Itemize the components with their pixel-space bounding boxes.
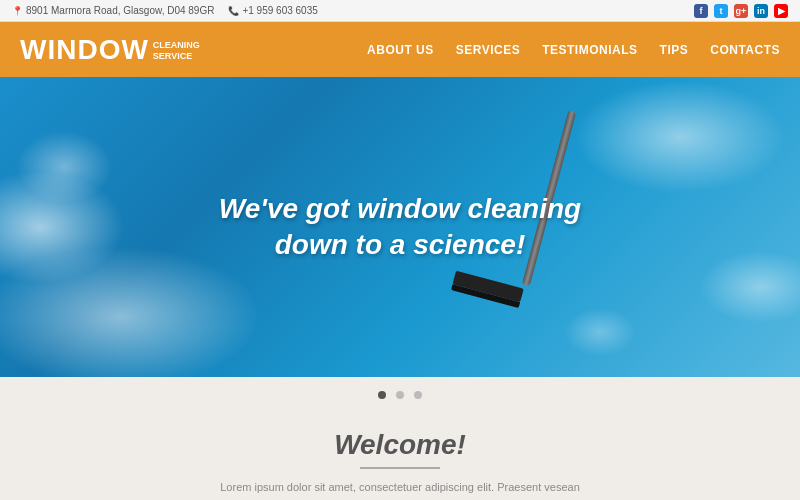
social-icons: f t g+ in ▶ <box>694 4 788 18</box>
hero-text: We've got window cleaning down to a scie… <box>219 191 581 264</box>
welcome-section: Welcome! Lorem ipsum dolor sit amet, con… <box>0 411 800 500</box>
nav-contacts[interactable]: CONTACTS <box>710 43 780 57</box>
googleplus-icon[interactable]: g+ <box>734 4 748 18</box>
welcome-divider <box>360 467 440 469</box>
facebook-icon[interactable]: f <box>694 4 708 18</box>
hero-headline: We've got window cleaning down to a scie… <box>219 191 581 264</box>
carousel-dots <box>0 377 800 411</box>
dot-1[interactable] <box>378 391 386 399</box>
linkedin-icon[interactable]: in <box>754 4 768 18</box>
logo-sub: CLEANING SERVICE <box>153 40 200 62</box>
top-bar: 8901 Marmora Road, Glasgow, D04 89GR +1 … <box>0 0 800 22</box>
welcome-title: Welcome! <box>20 429 780 461</box>
twitter-icon[interactable]: t <box>714 4 728 18</box>
nav-tips[interactable]: TIPS <box>660 43 689 57</box>
top-bar-contact: 8901 Marmora Road, Glasgow, D04 89GR +1 … <box>12 5 318 16</box>
header: WINDOW CLEANING SERVICE ABOUT US SERVICE… <box>0 22 800 77</box>
nav-services[interactable]: SERVICES <box>456 43 520 57</box>
logo[interactable]: WINDOW CLEANING SERVICE <box>20 34 200 66</box>
main-nav: ABOUT US SERVICES TESTIMONIALS TIPS CONT… <box>367 43 780 57</box>
dot-2[interactable] <box>396 391 404 399</box>
nav-testimonials[interactable]: TESTIMONIALS <box>542 43 637 57</box>
phone: +1 959 603 6035 <box>228 5 317 16</box>
address: 8901 Marmora Road, Glasgow, D04 89GR <box>12 5 214 16</box>
hero-section: We've got window cleaning down to a scie… <box>0 77 800 377</box>
nav-about-us[interactable]: ABOUT US <box>367 43 434 57</box>
welcome-body: Lorem ipsum dolor sit amet, consectetuer… <box>200 479 600 500</box>
dot-3[interactable] <box>414 391 422 399</box>
logo-brand: WINDOW <box>20 34 149 66</box>
youtube-icon[interactable]: ▶ <box>774 4 788 18</box>
